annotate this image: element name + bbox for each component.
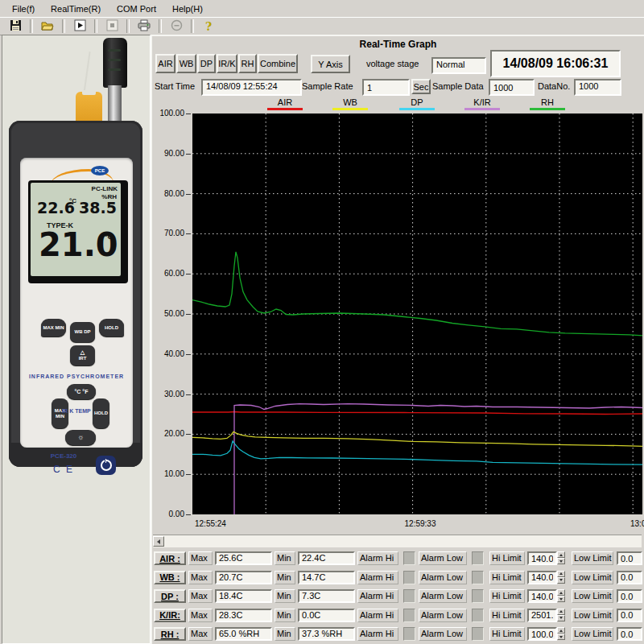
- table-row: WB :Max20.7CMin14.7CAlarm HiAlarm LowHi …: [152, 571, 644, 586]
- y-tick-mark: [186, 354, 191, 355]
- open-button[interactable]: [35, 19, 60, 34]
- menu-com-port[interactable]: COM Port: [109, 2, 163, 15]
- row-channel-button[interactable]: K/IR:: [154, 609, 186, 622]
- menu-file[interactable]: File(f): [5, 2, 42, 15]
- alarm-low-label: Alarm Low: [419, 609, 467, 622]
- y-axis-button[interactable]: Y Axis: [311, 55, 350, 73]
- channel-combine-button[interactable]: Combine: [258, 54, 298, 73]
- arrow-down-icon: [559, 579, 563, 581]
- print-button[interactable]: [132, 19, 156, 34]
- low-limit-label: Low Limit: [572, 571, 613, 584]
- start-time-field: 14/08/09 12:55:24: [201, 79, 302, 96]
- hi-limit-label: Hi Limit: [489, 551, 525, 565]
- spinner-down-button[interactable]: [557, 615, 565, 621]
- data-no-label: DataNo.: [538, 81, 570, 91]
- menu-bar: File(f) RealTime(R) COM Port Help(H): [0, 0, 644, 17]
- y-tick-label: 90.00: [164, 149, 184, 158]
- row-channel-button[interactable]: WB :: [154, 571, 186, 584]
- spinner-up-button[interactable]: [557, 589, 565, 596]
- help-button[interactable]: ?: [196, 19, 221, 34]
- alarm-hi-label: Alarm Hi: [357, 627, 398, 641]
- lcd-main-unit: °C: [105, 233, 113, 241]
- channel-dp-button[interactable]: DP: [197, 54, 216, 73]
- spinner-up-button[interactable]: [557, 571, 565, 577]
- row-channel-button[interactable]: AIR :: [154, 551, 186, 565]
- sample-rate-input[interactable]: [362, 79, 410, 96]
- series-RH: [192, 252, 642, 336]
- device-power-button: [96, 456, 116, 475]
- y-tick-mark: [186, 314, 191, 315]
- device-irt-button: △IRT: [70, 345, 95, 365]
- spinner-up-button[interactable]: [557, 627, 565, 634]
- low-limit-input[interactable]: [617, 609, 642, 622]
- arrow-down-icon: [559, 598, 563, 601]
- panel-title: Real-Time Graph: [152, 39, 644, 50]
- realtime-graph-panel: Real-Time Graph AIR WB DP IR/K RH Combin…: [151, 35, 644, 644]
- low-limit-input[interactable]: [617, 589, 642, 603]
- y-tick-mark: [186, 114, 191, 114]
- spinner-up-button[interactable]: [557, 551, 565, 558]
- row-channel-button[interactable]: DP :: [154, 589, 186, 603]
- spinner-up-button[interactable]: [557, 609, 565, 615]
- max-label: Max: [188, 571, 213, 584]
- hi-limit-input[interactable]: [527, 627, 557, 641]
- hi-limit-input[interactable]: [527, 589, 557, 603]
- device-hold2-button: HOLD: [93, 398, 109, 428]
- sec-button[interactable]: Sec: [411, 79, 431, 94]
- toolbar-separator: [94, 19, 97, 33]
- y-tick-label: 10.00: [164, 469, 184, 478]
- start-button[interactable]: [68, 19, 92, 34]
- scroll-left-button[interactable]: [153, 536, 164, 547]
- voltage-stage-field[interactable]: Normal: [431, 57, 486, 74]
- alarm-low-indicator: [472, 627, 484, 641]
- horizontal-scrollbar[interactable]: [153, 535, 642, 547]
- warning-triangle-icon: △: [80, 349, 85, 355]
- start-time-label: Start Time: [155, 81, 195, 91]
- max-value: 65.0 %RH: [215, 627, 272, 641]
- menu-realtime[interactable]: RealTime(R): [43, 2, 108, 15]
- sample-data-input[interactable]: [489, 79, 535, 96]
- y-tick-mark: [186, 434, 191, 435]
- spinner-down-button[interactable]: [557, 577, 565, 584]
- hi-limit-input[interactable]: [527, 609, 557, 622]
- arrow-left-icon: [157, 539, 160, 544]
- record-button[interactable]: [164, 19, 188, 34]
- spinner-down-button[interactable]: [557, 558, 565, 564]
- menu-help[interactable]: Help(H): [165, 2, 210, 15]
- hi-limit-label: Hi Limit: [489, 589, 525, 603]
- y-tick-label: 80.00: [164, 189, 184, 198]
- row-channel-button[interactable]: RH :: [154, 627, 186, 641]
- low-limit-input[interactable]: [617, 627, 642, 641]
- max-label: Max: [188, 589, 213, 603]
- min-value: 14.7C: [298, 571, 355, 584]
- channel-irk-button[interactable]: IR/K: [217, 54, 237, 73]
- probe-sensor: [103, 38, 127, 88]
- channel-wb-button[interactable]: WB: [176, 54, 196, 73]
- legend-color-bar: [267, 108, 303, 110]
- low-limit-label: Low Limit: [572, 589, 613, 603]
- alarm-hi-indicator: [403, 627, 415, 641]
- hi-limit-input[interactable]: [527, 571, 557, 584]
- alarm-hi-label: Alarm Hi: [357, 571, 398, 584]
- low-limit-input[interactable]: [617, 571, 642, 584]
- legend-label: WB: [332, 97, 368, 107]
- pce-logo: PCE: [91, 166, 109, 175]
- hi-limit-spinner: [557, 627, 565, 641]
- arrow-down-icon: [559, 560, 563, 563]
- y-tick-mark: [186, 474, 191, 475]
- min-value: 22.4C: [298, 551, 355, 565]
- alarm-low-indicator: [472, 609, 484, 622]
- hi-limit-input[interactable]: [527, 551, 557, 565]
- channel-rh-button[interactable]: RH: [238, 54, 257, 73]
- channel-air-button[interactable]: AIR: [155, 54, 175, 73]
- stop-button[interactable]: [100, 19, 124, 34]
- spinner-down-button[interactable]: [557, 634, 565, 640]
- low-limit-input[interactable]: [617, 551, 642, 565]
- hi-limit-spinner: [557, 551, 565, 565]
- hi-limit-label: Hi Limit: [489, 627, 525, 641]
- save-button[interactable]: [3, 19, 27, 34]
- spinner-down-button[interactable]: [557, 596, 565, 602]
- hi-limit-spinner: [557, 571, 565, 584]
- table-row: AIR :Max25.6CMin22.4CAlarm HiAlarm LowHi…: [152, 551, 644, 567]
- alarm-hi-label: Alarm Hi: [357, 609, 398, 622]
